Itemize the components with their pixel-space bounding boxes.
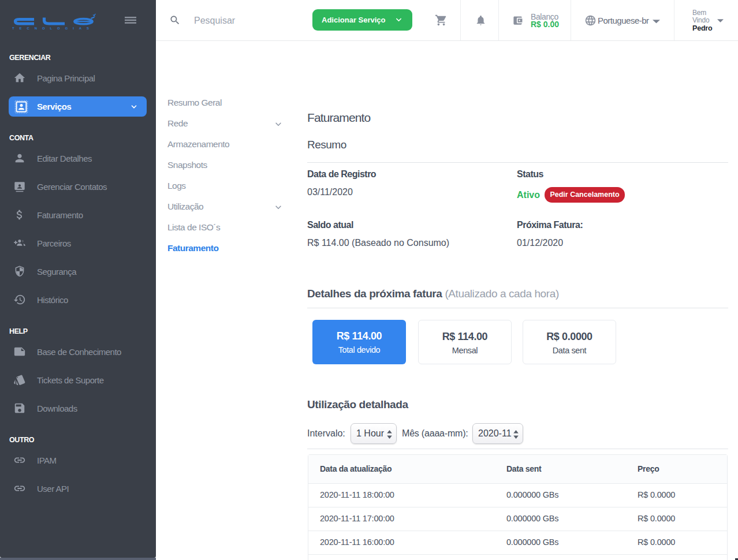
svg-text:TECNOLOGIAS: TECNOLOGIAS (12, 27, 94, 30)
